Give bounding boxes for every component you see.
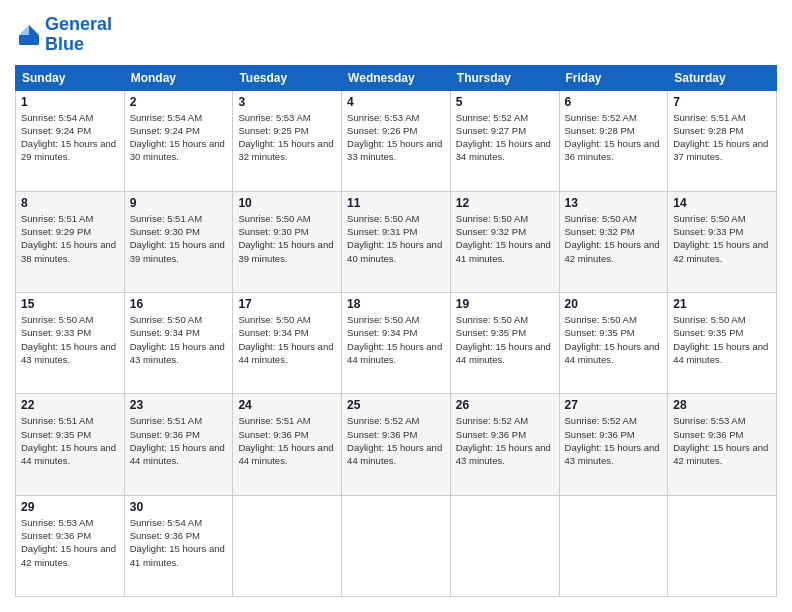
day-number: 28 bbox=[673, 398, 771, 412]
calendar-cell: 18Sunrise: 5:50 AMSunset: 9:34 PMDayligh… bbox=[342, 293, 451, 394]
calendar-cell: 22Sunrise: 5:51 AMSunset: 9:35 PMDayligh… bbox=[16, 394, 125, 495]
day-info: Sunrise: 5:50 AMSunset: 9:35 PMDaylight:… bbox=[565, 313, 663, 366]
day-info: Sunrise: 5:53 AMSunset: 9:36 PMDaylight:… bbox=[21, 516, 119, 569]
day-number: 6 bbox=[565, 95, 663, 109]
day-info: Sunrise: 5:50 AMSunset: 9:34 PMDaylight:… bbox=[238, 313, 336, 366]
logo-icon bbox=[15, 21, 43, 49]
day-info: Sunrise: 5:50 AMSunset: 9:32 PMDaylight:… bbox=[456, 212, 554, 265]
day-number: 25 bbox=[347, 398, 445, 412]
day-info: Sunrise: 5:50 AMSunset: 9:31 PMDaylight:… bbox=[347, 212, 445, 265]
day-number: 20 bbox=[565, 297, 663, 311]
day-number: 14 bbox=[673, 196, 771, 210]
weekday-header-friday: Friday bbox=[559, 65, 668, 90]
day-number: 29 bbox=[21, 500, 119, 514]
day-info: Sunrise: 5:53 AMSunset: 9:26 PMDaylight:… bbox=[347, 111, 445, 164]
calendar-cell: 13Sunrise: 5:50 AMSunset: 9:32 PMDayligh… bbox=[559, 191, 668, 292]
logo-blue: Blue bbox=[45, 34, 84, 54]
calendar-cell: 26Sunrise: 5:52 AMSunset: 9:36 PMDayligh… bbox=[450, 394, 559, 495]
day-info: Sunrise: 5:50 AMSunset: 9:32 PMDaylight:… bbox=[565, 212, 663, 265]
calendar-cell bbox=[342, 495, 451, 596]
day-number: 11 bbox=[347, 196, 445, 210]
calendar-cell: 6Sunrise: 5:52 AMSunset: 9:28 PMDaylight… bbox=[559, 90, 668, 191]
calendar-cell bbox=[450, 495, 559, 596]
day-info: Sunrise: 5:51 AMSunset: 9:35 PMDaylight:… bbox=[21, 414, 119, 467]
day-info: Sunrise: 5:51 AMSunset: 9:36 PMDaylight:… bbox=[130, 414, 228, 467]
day-number: 8 bbox=[21, 196, 119, 210]
day-info: Sunrise: 5:51 AMSunset: 9:29 PMDaylight:… bbox=[21, 212, 119, 265]
day-info: Sunrise: 5:50 AMSunset: 9:33 PMDaylight:… bbox=[21, 313, 119, 366]
calendar-cell: 17Sunrise: 5:50 AMSunset: 9:34 PMDayligh… bbox=[233, 293, 342, 394]
day-number: 4 bbox=[347, 95, 445, 109]
day-number: 2 bbox=[130, 95, 228, 109]
calendar-cell: 14Sunrise: 5:50 AMSunset: 9:33 PMDayligh… bbox=[668, 191, 777, 292]
day-info: Sunrise: 5:50 AMSunset: 9:34 PMDaylight:… bbox=[347, 313, 445, 366]
day-number: 17 bbox=[238, 297, 336, 311]
calendar-cell: 8Sunrise: 5:51 AMSunset: 9:29 PMDaylight… bbox=[16, 191, 125, 292]
day-number: 21 bbox=[673, 297, 771, 311]
day-number: 27 bbox=[565, 398, 663, 412]
calendar-cell: 28Sunrise: 5:53 AMSunset: 9:36 PMDayligh… bbox=[668, 394, 777, 495]
calendar-cell: 12Sunrise: 5:50 AMSunset: 9:32 PMDayligh… bbox=[450, 191, 559, 292]
day-info: Sunrise: 5:51 AMSunset: 9:28 PMDaylight:… bbox=[673, 111, 771, 164]
svg-marker-0 bbox=[29, 25, 39, 35]
calendar-cell: 29Sunrise: 5:53 AMSunset: 9:36 PMDayligh… bbox=[16, 495, 125, 596]
calendar-cell: 19Sunrise: 5:50 AMSunset: 9:35 PMDayligh… bbox=[450, 293, 559, 394]
weekday-header-wednesday: Wednesday bbox=[342, 65, 451, 90]
day-info: Sunrise: 5:52 AMSunset: 9:36 PMDaylight:… bbox=[565, 414, 663, 467]
day-number: 9 bbox=[130, 196, 228, 210]
day-info: Sunrise: 5:50 AMSunset: 9:30 PMDaylight:… bbox=[238, 212, 336, 265]
weekday-header-monday: Monday bbox=[124, 65, 233, 90]
svg-marker-1 bbox=[19, 25, 29, 35]
calendar-cell: 30Sunrise: 5:54 AMSunset: 9:36 PMDayligh… bbox=[124, 495, 233, 596]
day-info: Sunrise: 5:52 AMSunset: 9:28 PMDaylight:… bbox=[565, 111, 663, 164]
calendar-cell bbox=[668, 495, 777, 596]
page: General Blue SundayMondayTuesdayWednesda… bbox=[0, 0, 792, 612]
day-info: Sunrise: 5:53 AMSunset: 9:25 PMDaylight:… bbox=[238, 111, 336, 164]
day-info: Sunrise: 5:54 AMSunset: 9:24 PMDaylight:… bbox=[21, 111, 119, 164]
day-info: Sunrise: 5:50 AMSunset: 9:33 PMDaylight:… bbox=[673, 212, 771, 265]
calendar-cell: 20Sunrise: 5:50 AMSunset: 9:35 PMDayligh… bbox=[559, 293, 668, 394]
header: General Blue bbox=[15, 15, 777, 55]
day-info: Sunrise: 5:54 AMSunset: 9:36 PMDaylight:… bbox=[130, 516, 228, 569]
weekday-header-sunday: Sunday bbox=[16, 65, 125, 90]
day-number: 16 bbox=[130, 297, 228, 311]
calendar-cell: 27Sunrise: 5:52 AMSunset: 9:36 PMDayligh… bbox=[559, 394, 668, 495]
calendar-cell: 24Sunrise: 5:51 AMSunset: 9:36 PMDayligh… bbox=[233, 394, 342, 495]
calendar-cell: 2Sunrise: 5:54 AMSunset: 9:24 PMDaylight… bbox=[124, 90, 233, 191]
day-number: 26 bbox=[456, 398, 554, 412]
calendar-cell: 23Sunrise: 5:51 AMSunset: 9:36 PMDayligh… bbox=[124, 394, 233, 495]
day-number: 7 bbox=[673, 95, 771, 109]
calendar: SundayMondayTuesdayWednesdayThursdayFrid… bbox=[15, 65, 777, 597]
day-info: Sunrise: 5:51 AMSunset: 9:30 PMDaylight:… bbox=[130, 212, 228, 265]
day-info: Sunrise: 5:50 AMSunset: 9:35 PMDaylight:… bbox=[673, 313, 771, 366]
calendar-cell: 10Sunrise: 5:50 AMSunset: 9:30 PMDayligh… bbox=[233, 191, 342, 292]
day-number: 10 bbox=[238, 196, 336, 210]
day-number: 13 bbox=[565, 196, 663, 210]
day-info: Sunrise: 5:54 AMSunset: 9:24 PMDaylight:… bbox=[130, 111, 228, 164]
weekday-header-saturday: Saturday bbox=[668, 65, 777, 90]
day-info: Sunrise: 5:51 AMSunset: 9:36 PMDaylight:… bbox=[238, 414, 336, 467]
calendar-cell: 4Sunrise: 5:53 AMSunset: 9:26 PMDaylight… bbox=[342, 90, 451, 191]
day-info: Sunrise: 5:53 AMSunset: 9:36 PMDaylight:… bbox=[673, 414, 771, 467]
day-number: 23 bbox=[130, 398, 228, 412]
calendar-cell bbox=[559, 495, 668, 596]
logo-general: General bbox=[45, 14, 112, 34]
day-info: Sunrise: 5:50 AMSunset: 9:34 PMDaylight:… bbox=[130, 313, 228, 366]
calendar-cell: 15Sunrise: 5:50 AMSunset: 9:33 PMDayligh… bbox=[16, 293, 125, 394]
day-number: 19 bbox=[456, 297, 554, 311]
logo-text: General Blue bbox=[45, 15, 112, 55]
day-info: Sunrise: 5:52 AMSunset: 9:36 PMDaylight:… bbox=[347, 414, 445, 467]
weekday-header-tuesday: Tuesday bbox=[233, 65, 342, 90]
day-info: Sunrise: 5:52 AMSunset: 9:27 PMDaylight:… bbox=[456, 111, 554, 164]
day-number: 5 bbox=[456, 95, 554, 109]
day-number: 22 bbox=[21, 398, 119, 412]
day-number: 24 bbox=[238, 398, 336, 412]
weekday-header-thursday: Thursday bbox=[450, 65, 559, 90]
calendar-cell: 1Sunrise: 5:54 AMSunset: 9:24 PMDaylight… bbox=[16, 90, 125, 191]
calendar-cell: 5Sunrise: 5:52 AMSunset: 9:27 PMDaylight… bbox=[450, 90, 559, 191]
svg-rect-2 bbox=[19, 35, 39, 45]
day-number: 1 bbox=[21, 95, 119, 109]
day-number: 18 bbox=[347, 297, 445, 311]
day-info: Sunrise: 5:52 AMSunset: 9:36 PMDaylight:… bbox=[456, 414, 554, 467]
calendar-cell: 9Sunrise: 5:51 AMSunset: 9:30 PMDaylight… bbox=[124, 191, 233, 292]
